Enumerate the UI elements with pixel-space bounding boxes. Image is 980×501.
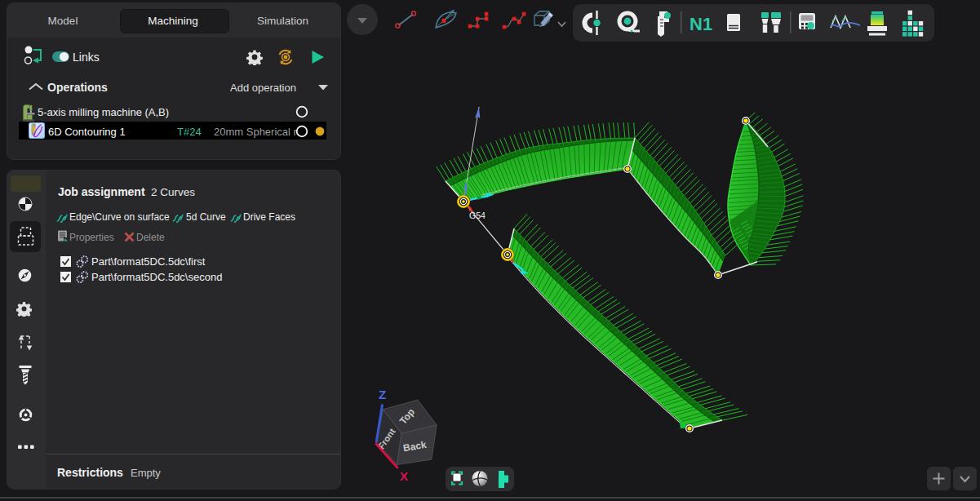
svg-text:G54: G54 <box>469 211 486 220</box>
svg-text:Z: Z <box>379 388 386 401</box>
svg-text:X: X <box>400 469 408 483</box>
svg-text:N1: N1 <box>690 14 712 34</box>
